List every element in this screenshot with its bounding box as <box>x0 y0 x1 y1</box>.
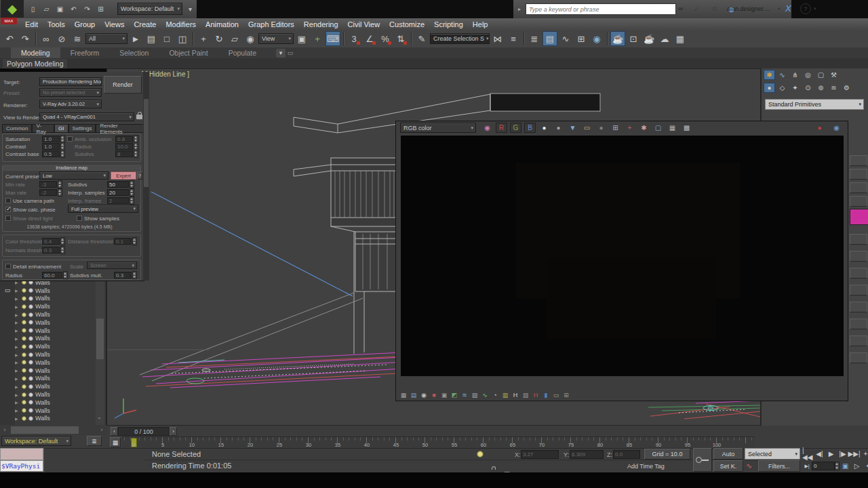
rollout-button-partial[interactable] <box>850 169 867 180</box>
rendered-frame-window-icon[interactable]: ⊡ <box>626 31 641 46</box>
menu-help[interactable]: Help <box>468 19 493 30</box>
menu-civil-view[interactable]: Civil View <box>343 19 384 30</box>
select-move-icon[interactable]: + <box>196 31 211 46</box>
expand-arrow-icon[interactable]: ▶ <box>15 360 20 365</box>
z-coord-field[interactable]: 0.0 <box>613 450 640 459</box>
render-setup-tab-settings[interactable]: Settings <box>68 124 96 133</box>
ambient-occlusion-checkbox[interactable] <box>67 136 73 142</box>
render-setup-tab-common[interactable]: Common <box>2 124 32 133</box>
scene-explorer-row[interactable]: ▶Walls <box>15 342 96 350</box>
expand-arrow-icon[interactable]: ▶ <box>15 296 20 301</box>
search-expand-icon[interactable]: ▸ <box>518 6 521 12</box>
ir-subdivs-field[interactable]: 50 <box>107 181 129 188</box>
ribbon-tab-object-paint[interactable]: Object Paint <box>159 47 218 58</box>
isolate-selection-icon[interactable] <box>477 451 484 458</box>
play-button[interactable]: ▶ <box>825 449 837 459</box>
track-mouse-button[interactable]: + <box>624 123 635 133</box>
render-in-cloud-icon[interactable]: ☁ <box>657 31 672 46</box>
edit-named-selections-icon[interactable]: ✎ <box>414 31 429 46</box>
alpha-channel-button[interactable]: ● <box>553 123 564 133</box>
shapes-category-icon[interactable]: ◇ <box>776 83 788 93</box>
ribbon-subtab-polygon-modeling[interactable]: Polygon Modeling <box>3 59 67 68</box>
light-bulb-icon[interactable] <box>22 416 26 421</box>
key-tangents-icon[interactable]: ∿ <box>746 462 752 470</box>
subdivs-ao-field[interactable]: 8 <box>115 150 133 157</box>
vfb-bottom-icon[interactable]: ∿ <box>480 391 490 400</box>
next-frame-button[interactable]: |▶ <box>837 449 848 459</box>
redo-icon[interactable]: ↷ <box>81 4 93 14</box>
show-corrections-icon[interactable]: ◉ <box>831 123 842 133</box>
min-rate-field[interactable]: -3 <box>39 181 57 188</box>
expand-arrow-icon[interactable]: ▶ <box>15 408 20 413</box>
expert-button[interactable]: Expert <box>111 171 136 180</box>
render-setup-tab-gi[interactable]: GI <box>54 124 68 133</box>
key-mode-toggle-button[interactable]: ▶| <box>802 462 812 470</box>
render-production-icon[interactable]: ☕ <box>642 31 656 46</box>
light-bulb-icon[interactable] <box>22 352 26 357</box>
renderer-dropdown[interactable]: V-Ray Adv 3.20.02▾ <box>39 100 102 108</box>
monochrome-channel-button[interactable]: ● <box>538 123 550 133</box>
min-rate-spinner[interactable] <box>58 180 62 188</box>
expand-arrow-icon[interactable]: ▶ <box>15 400 20 405</box>
undo-icon[interactable]: ↶ <box>2 31 17 46</box>
mirror-icon[interactable]: ⋈ <box>490 31 505 46</box>
nav-zoom-icon[interactable]: + <box>860 449 868 459</box>
menu-rendering[interactable]: Rendering <box>299 19 343 30</box>
scene-explorer-row[interactable]: ▶Walls <box>15 390 96 399</box>
vfb-channel-dropdown[interactable]: RGB color▾ <box>400 123 476 133</box>
workspace-dropdown[interactable]: Workspace: Default▾ <box>117 3 182 15</box>
set-key-filters-button[interactable]: Set K. <box>713 460 743 472</box>
rollout-button-partial[interactable] <box>850 234 867 245</box>
hierarchy-tab-icon[interactable]: ⋔ <box>789 70 801 80</box>
ribbon-minimize-icon[interactable]: ▾ <box>276 49 285 58</box>
vfb-bottom-icon[interactable]: ■ <box>429 391 439 400</box>
vfb-bottom-icon[interactable]: H <box>511 391 520 400</box>
max-rate-spinner[interactable] <box>58 188 62 197</box>
search-input[interactable] <box>526 3 676 15</box>
green-channel-button[interactable]: G <box>510 123 521 133</box>
vfb-bottom-icon[interactable]: ▭ <box>551 391 561 400</box>
expand-arrow-icon[interactable]: ▶ <box>15 344 20 349</box>
display-tab-icon[interactable]: ▢ <box>815 70 827 80</box>
render-button[interactable]: Render <box>104 76 142 94</box>
hscroll-left-icon[interactable]: ‹ <box>0 426 9 434</box>
load-image-button[interactable]: ▭ <box>581 123 593 133</box>
region-render-button[interactable]: ✱ <box>638 123 650 133</box>
scene-explorer-row[interactable]: ▶Walls <box>15 335 96 343</box>
scene-explorer-row[interactable]: ▶Walls <box>15 375 96 383</box>
ir-subdivs-spinner[interactable] <box>130 180 134 188</box>
expand-arrow-icon[interactable]: ▶ <box>15 392 20 397</box>
spacewarps-category-icon[interactable]: ≋ <box>828 83 840 93</box>
redo-icon[interactable]: ↷ <box>18 31 33 46</box>
expand-arrow-icon[interactable]: ▶ <box>15 352 20 357</box>
distance-threshold-spinner[interactable] <box>132 237 137 245</box>
radius-field[interactable]: 10.0 <box>115 143 133 150</box>
expand-arrow-icon[interactable]: ▶ <box>15 336 20 341</box>
expand-arrow-icon[interactable]: ▶ <box>15 376 20 381</box>
vfb-bottom-icon[interactable]: H <box>531 391 540 400</box>
scene-explorer-row[interactable]: ▶Walls <box>15 350 96 359</box>
render-setup-tab-v-ray[interactable]: V-Ray <box>32 124 54 133</box>
compare-vertical-button[interactable]: ▩ <box>681 123 692 133</box>
lights-category-icon[interactable]: ✦ <box>789 83 801 93</box>
light-bulb-icon[interactable] <box>22 296 26 301</box>
light-bulb-icon[interactable] <box>22 408 26 413</box>
saturation-field[interactable]: 1.0 <box>42 136 60 142</box>
systems-category-icon[interactable]: ⚙ <box>841 83 852 93</box>
frame-counter[interactable]: 0 / 100 <box>118 427 170 436</box>
amb-occlusion-field[interactable]: 0.8 <box>115 136 133 142</box>
maxscript-mini-listener-pink[interactable] <box>0 448 43 460</box>
help-icon[interactable]: ? <box>800 3 811 14</box>
scene-explorer-row[interactable]: ▶Walls <box>15 359 96 367</box>
rollout-button-partial[interactable] <box>850 285 867 296</box>
layer-manager-icon[interactable]: ≣ <box>527 31 542 46</box>
maxscript-mini-listener-white[interactable]: $VRayPhysi <box>0 460 43 472</box>
light-bulb-icon[interactable] <box>22 392 26 397</box>
key-filters-button[interactable]: Filters... <box>758 460 800 472</box>
previous-frame-button[interactable]: ◀| <box>814 449 825 459</box>
rollout-button-partial[interactable] <box>850 319 867 329</box>
red-channel-button[interactable]: R <box>496 123 507 133</box>
vfb-bottom-icon[interactable]: ▦ <box>399 391 408 400</box>
select-place-icon[interactable]: ◉ <box>243 31 258 46</box>
rollout-button-partial[interactable] <box>850 251 867 262</box>
